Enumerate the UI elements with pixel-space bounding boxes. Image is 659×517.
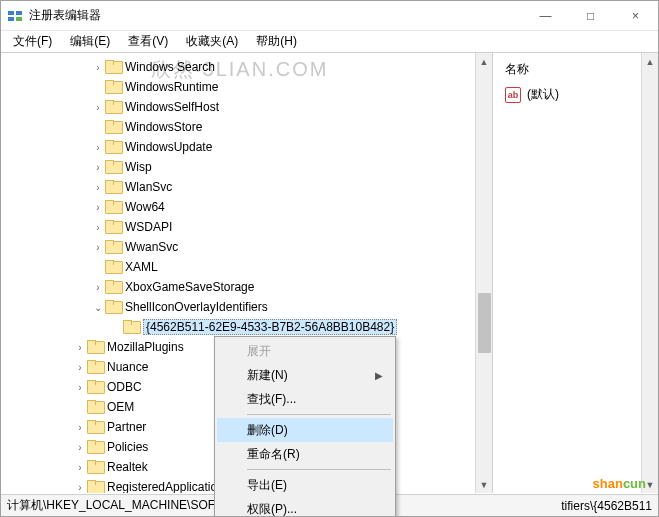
- chevron-right-icon[interactable]: ›: [91, 142, 105, 153]
- tree-item[interactable]: ›Wow64: [1, 197, 492, 217]
- folder-icon: [105, 160, 121, 174]
- menu-view[interactable]: 查看(V): [120, 31, 176, 52]
- svg-rect-2: [8, 17, 14, 21]
- chevron-down-icon[interactable]: ⌄: [91, 302, 105, 313]
- chevron-right-icon[interactable]: ›: [91, 162, 105, 173]
- context-menu-label: 展开: [247, 343, 271, 360]
- menubar: 文件(F) 编辑(E) 查看(V) 收藏夹(A) 帮助(H): [1, 31, 658, 53]
- folder-icon: [87, 380, 103, 394]
- chevron-right-icon[interactable]: ›: [91, 282, 105, 293]
- window-title: 注册表编辑器: [29, 7, 523, 24]
- value-row-default[interactable]: ab (默认): [501, 84, 650, 105]
- chevron-right-icon[interactable]: ›: [73, 342, 87, 353]
- tree-item[interactable]: ›WindowsUpdate: [1, 137, 492, 157]
- tree-item[interactable]: {4562B511-62E9-4533-B7B2-56A8BB10B482}: [1, 317, 492, 337]
- svg-rect-1: [16, 11, 22, 15]
- tree-item[interactable]: ›XboxGameSaveStorage: [1, 277, 492, 297]
- folder-icon: [105, 220, 121, 234]
- minimize-button[interactable]: —: [523, 1, 568, 30]
- context-menu-item[interactable]: 新建(N)▶: [217, 363, 393, 387]
- chevron-right-icon[interactable]: ›: [73, 482, 87, 493]
- tree-item-label: MozillaPlugins: [107, 340, 184, 354]
- context-menu-item[interactable]: 重命名(R): [217, 442, 393, 466]
- tree-item-label: Wisp: [125, 160, 152, 174]
- scrollbar-thumb[interactable]: [478, 293, 491, 353]
- tree-item-label: {4562B511-62E9-4533-B7B2-56A8BB10B482}: [143, 319, 397, 335]
- tree-item-label: WlanSvc: [125, 180, 172, 194]
- tree-item[interactable]: ›WSDAPI: [1, 217, 492, 237]
- context-menu-item[interactable]: 权限(P)...: [217, 497, 393, 517]
- context-menu-item[interactable]: 删除(D): [217, 418, 393, 442]
- chevron-right-icon[interactable]: ›: [73, 462, 87, 473]
- folder-icon: [105, 260, 121, 274]
- folder-icon: [87, 340, 103, 354]
- folder-icon: [87, 480, 103, 493]
- chevron-right-icon[interactable]: ›: [73, 442, 87, 453]
- tree-item-label: WindowsUpdate: [125, 140, 212, 154]
- context-menu-label: 重命名(R): [247, 446, 300, 463]
- folder-icon: [105, 180, 121, 194]
- close-button[interactable]: ×: [613, 1, 658, 30]
- folder-icon: [105, 120, 121, 134]
- folder-icon: [87, 360, 103, 374]
- tree-item[interactable]: ⌄ShellIconOverlayIdentifiers: [1, 297, 492, 317]
- folder-icon: [87, 440, 103, 454]
- chevron-right-icon[interactable]: ›: [91, 202, 105, 213]
- chevron-right-icon[interactable]: ›: [73, 422, 87, 433]
- tree-item-label: WindowsSelfHost: [125, 100, 219, 114]
- tree-item-label: WSDAPI: [125, 220, 172, 234]
- tree-item[interactable]: WindowsRuntime: [1, 77, 492, 97]
- chevron-right-icon[interactable]: ›: [91, 102, 105, 113]
- tree-item[interactable]: ›WlanSvc: [1, 177, 492, 197]
- scrollbar-up-icon[interactable]: ▲: [476, 53, 492, 70]
- tree-item-label: WwanSvc: [125, 240, 178, 254]
- scrollbar-down-icon[interactable]: ▼: [476, 476, 492, 493]
- chevron-right-icon[interactable]: ›: [91, 182, 105, 193]
- tree-item-label: Policies: [107, 440, 148, 454]
- tree-item-label: OEM: [107, 400, 134, 414]
- tree-item-label: Realtek: [107, 460, 148, 474]
- tree-item[interactable]: ›Wisp: [1, 157, 492, 177]
- folder-icon: [87, 420, 103, 434]
- menu-file[interactable]: 文件(F): [5, 31, 60, 52]
- folder-icon: [105, 200, 121, 214]
- string-value-icon: ab: [505, 87, 521, 103]
- menu-edit[interactable]: 编辑(E): [62, 31, 118, 52]
- context-menu-label: 删除(D): [247, 422, 288, 439]
- tree-item[interactable]: WindowsStore: [1, 117, 492, 137]
- tree-scrollbar[interactable]: ▲ ▼: [475, 53, 492, 493]
- chevron-right-icon[interactable]: ›: [73, 382, 87, 393]
- tree-item-label: XboxGameSaveStorage: [125, 280, 254, 294]
- tree-item[interactable]: ›Windows Search: [1, 57, 492, 77]
- chevron-right-icon[interactable]: ›: [91, 62, 105, 73]
- values-scrollbar[interactable]: ▲ ▼: [641, 53, 658, 493]
- tree-item-label: WindowsRuntime: [125, 80, 218, 94]
- tree-item[interactable]: ›WindowsSelfHost: [1, 97, 492, 117]
- svg-rect-3: [16, 17, 22, 21]
- tree-item[interactable]: XAML: [1, 257, 492, 277]
- tree-item-label: RegisteredApplications: [107, 480, 230, 493]
- context-menu: 展开新建(N)▶查找(F)...删除(D)重命名(R)导出(E)权限(P)...…: [214, 336, 396, 517]
- scrollbar-up-icon[interactable]: ▲: [642, 53, 658, 70]
- tree-item-label: ODBC: [107, 380, 142, 394]
- chevron-right-icon[interactable]: ›: [91, 242, 105, 253]
- context-menu-label: 新建(N): [247, 367, 288, 384]
- folder-icon: [105, 280, 121, 294]
- titlebar: 注册表编辑器 — □ ×: [1, 1, 658, 31]
- context-menu-separator: [247, 414, 391, 415]
- menu-favorites[interactable]: 收藏夹(A): [178, 31, 246, 52]
- site-watermark: shancun: [593, 476, 646, 491]
- chevron-right-icon[interactable]: ›: [73, 362, 87, 373]
- context-menu-item[interactable]: 查找(F)...: [217, 387, 393, 411]
- chevron-right-icon[interactable]: ›: [91, 222, 105, 233]
- folder-icon: [105, 60, 121, 74]
- svg-rect-0: [8, 11, 14, 15]
- maximize-button[interactable]: □: [568, 1, 613, 30]
- context-menu-item[interactable]: 导出(E): [217, 473, 393, 497]
- column-header-name[interactable]: 名称: [501, 57, 650, 84]
- menu-help[interactable]: 帮助(H): [248, 31, 305, 52]
- folder-icon: [105, 240, 121, 254]
- tree-item[interactable]: ›WwanSvc: [1, 237, 492, 257]
- tree-item-label: WindowsStore: [125, 120, 202, 134]
- tree-item-label: ShellIconOverlayIdentifiers: [125, 300, 268, 314]
